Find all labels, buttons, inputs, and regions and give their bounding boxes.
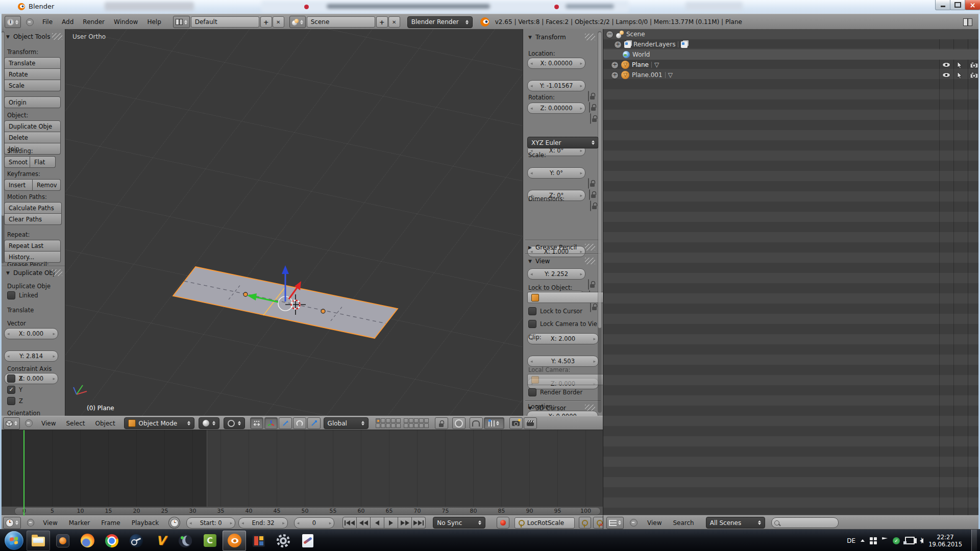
prev-keyframe-button[interactable]	[357, 517, 371, 529]
taskbar-blender-active[interactable]	[223, 531, 246, 551]
constraint-z-checkbox[interactable]	[7, 397, 15, 405]
taskbar-chrome[interactable]	[100, 531, 124, 551]
speaker-icon[interactable]	[920, 538, 923, 543]
taskbar-steam[interactable]	[125, 531, 148, 551]
taskbar-explorer[interactable]	[27, 531, 50, 551]
render-toggle-camera-icon[interactable]	[970, 72, 978, 79]
collapse-menus-icon[interactable]	[25, 419, 33, 427]
close-button[interactable]	[965, 0, 980, 10]
render-border-checkbox[interactable]	[528, 388, 536, 396]
panel-transform-header[interactable]: Transform	[528, 34, 566, 41]
frame-start-field[interactable]: Start: 0	[186, 517, 235, 529]
shade-smooth-button[interactable]: Smoot	[4, 156, 30, 168]
menu-frame[interactable]: Frame	[96, 519, 125, 527]
constraint-x-checkbox[interactable]	[7, 374, 15, 383]
rotation-y-field[interactable]: Y: 0°	[527, 167, 585, 179]
lock-location-x-icon[interactable]	[588, 91, 589, 102]
vector-x-field[interactable]: X: 0.000	[4, 328, 58, 339]
cursor-x-field[interactable]: X: 0.0000	[527, 411, 598, 416]
panel-object-tools-header[interactable]: Object Tools	[6, 33, 50, 40]
menu-select[interactable]: Select	[61, 420, 89, 427]
manipulator-arc-button[interactable]	[293, 417, 306, 429]
clear-paths-button[interactable]: Clear Paths	[4, 214, 62, 225]
panel-grip-icon[interactable]	[585, 34, 595, 40]
action-center-flag-icon[interactable]: x	[882, 537, 888, 544]
window-titlebar[interactable]: Blender	[0, 0, 980, 14]
tool-shelf-scrollbar[interactable]	[1, 31, 5, 263]
linked-checkbox[interactable]	[7, 291, 15, 299]
maximize-button[interactable]	[950, 0, 966, 10]
lock-rotation-z-icon[interactable]	[590, 201, 591, 211]
lock-scale-z-icon[interactable]	[590, 302, 591, 312]
viewport-3d[interactable]: User Ortho	[65, 29, 523, 416]
menu-file[interactable]: File	[38, 18, 57, 26]
pivot-point-select[interactable]	[224, 417, 245, 429]
selectable-toggle-cursor-icon[interactable]	[957, 71, 963, 79]
delete-scene-button[interactable]	[388, 16, 400, 28]
menu-view[interactable]: View	[37, 420, 60, 427]
scene-name-field[interactable]: Scene	[307, 16, 375, 28]
expand-icon[interactable]	[611, 61, 619, 69]
insert-keyframes-button[interactable]	[579, 517, 592, 529]
frame-end-field[interactable]: End: 32	[238, 517, 287, 529]
lock-rotation-x-icon[interactable]	[588, 178, 589, 189]
taskbar-firefox[interactable]	[76, 531, 99, 551]
delete-screen-layout-button[interactable]	[273, 16, 284, 28]
menu-window[interactable]: Window	[109, 18, 142, 26]
menu-search[interactable]: Search	[668, 519, 698, 527]
local-camera-field[interactable]	[527, 374, 603, 385]
outliner-display-select[interactable]: All Scenes	[706, 517, 765, 529]
window-corner-icon[interactable]	[963, 18, 972, 26]
search-input[interactable]	[781, 519, 832, 527]
expand-icon[interactable]	[606, 31, 614, 38]
location-z-field[interactable]: Z: 0.00000	[527, 103, 585, 114]
render-toggle-camera-icon[interactable]	[970, 62, 978, 68]
location-x-field[interactable]: X: 0.00000	[527, 58, 585, 69]
panel-grip-icon[interactable]	[585, 258, 595, 264]
manipulator-rotate-button[interactable]	[279, 417, 292, 429]
panel-duplicate-header[interactable]: Duplicate Obj	[6, 269, 55, 277]
next-keyframe-button[interactable]	[398, 517, 412, 529]
add-screen-layout-button[interactable]	[260, 16, 272, 28]
scene-browse-button[interactable]	[289, 16, 306, 28]
repeat-last-button[interactable]: Repeat Last	[4, 240, 61, 252]
menu-help[interactable]: Help	[142, 18, 165, 26]
taskbar-camtasia[interactable]	[198, 531, 222, 551]
tray-expand-icon[interactable]	[861, 539, 865, 542]
lock-scale-x-icon[interactable]	[588, 279, 589, 290]
panel-grip-icon[interactable]	[52, 269, 62, 276]
start-button[interactable]	[2, 531, 26, 551]
remove-keyframe-button[interactable]: Remov	[33, 179, 61, 191]
sync-status-icon[interactable]: ✓	[893, 537, 900, 544]
properties-scrollbar[interactable]	[598, 31, 602, 413]
vector-y-field[interactable]: Y: 2.814	[4, 350, 58, 362]
menu-object[interactable]: Object	[91, 420, 120, 427]
opengl-render-button[interactable]	[509, 417, 523, 429]
taskbar-settings[interactable]	[272, 531, 295, 551]
outliner-row-plane[interactable]: Plane	[603, 60, 980, 70]
manipulator-translate-button[interactable]	[264, 417, 278, 429]
outliner-row-plane-001[interactable]: Plane.001	[603, 70, 980, 80]
taskbar-vegas[interactable]: V	[149, 531, 173, 551]
constraint-y-checkbox[interactable]	[7, 386, 15, 394]
location-y-field[interactable]: Y: -1.01567	[527, 80, 585, 91]
expand-icon[interactable]	[611, 71, 619, 79]
sync-mode-select[interactable]: No Sync	[433, 517, 485, 529]
taskbar-media-player[interactable]	[51, 531, 75, 551]
mode-select[interactable]: Object Mode	[124, 417, 194, 429]
panel-grip-icon[interactable]	[52, 33, 62, 40]
layers-widget-right[interactable]	[404, 418, 429, 428]
snap-toggle-button[interactable]	[470, 417, 483, 429]
taskbar-mosaic-app[interactable]	[247, 531, 271, 551]
outliner-region[interactable]: Scene RenderLayers World Plane	[603, 29, 980, 515]
outliner-row-world[interactable]: World	[603, 49, 980, 60]
clock[interactable]: 22:27 19.06.2015	[928, 534, 962, 548]
lock-to-cursor-checkbox[interactable]	[528, 307, 536, 315]
current-frame-field[interactable]: 0	[294, 517, 334, 529]
insert-keyframe-button[interactable]: Insert	[4, 179, 33, 191]
language-indicator[interactable]: DE	[847, 537, 855, 544]
keying-set-field[interactable]: LocRotScale	[514, 517, 575, 529]
lock-to-scene-button[interactable]	[435, 417, 448, 429]
render-engine-select[interactable]: Blender Render	[407, 16, 473, 28]
hide-toggle-eye-icon[interactable]	[942, 62, 951, 68]
